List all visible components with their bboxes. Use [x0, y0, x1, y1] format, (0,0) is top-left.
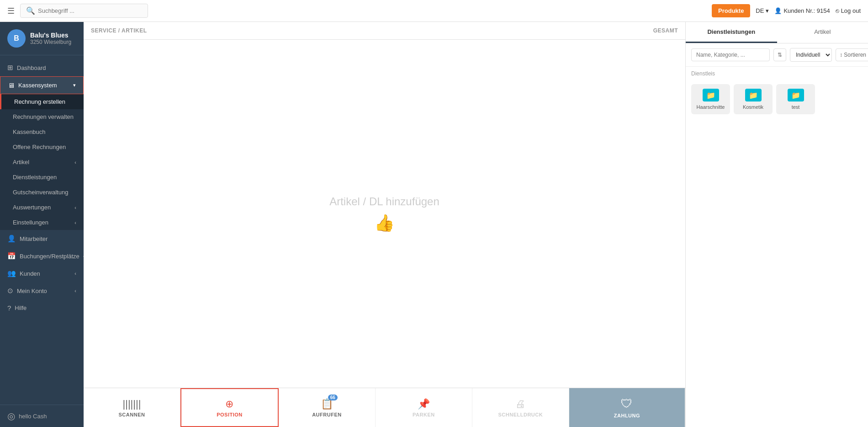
action-bar: ||||||| SCANNEN ⊕ POSITION 📋 66 AUFRUFEN — [84, 388, 685, 427]
sidebar-brand: Balu's Blues 3250 Wieselburg — [30, 32, 71, 45]
category-card-test[interactable]: 📁 test — [776, 84, 815, 114]
sidebar-item-buchungen[interactable]: 📅 Buchungen/Restplätze ‹ — [0, 247, 84, 265]
sidebar-item-mitarbeiter[interactable]: 👤 Mitarbeiter — [0, 230, 84, 247]
category-card-haarschnitte[interactable]: 📁 Haarschnitte — [691, 84, 730, 114]
sort-arrows-button[interactable]: ⇅ — [773, 48, 786, 61]
category-label: Haarschnitte — [697, 104, 725, 110]
sidebar-item-label: Dienstleistungen — [13, 174, 57, 181]
category-card-kosmetik[interactable]: 📁 Kosmetik — [734, 84, 773, 114]
folder-icon: 📁 — [745, 89, 762, 101]
section-title: Dienstleis — [686, 67, 868, 80]
sidebar-item-gutscheinverwaltung[interactable]: Gutscheinverwaltung — [0, 185, 84, 200]
aufrufen-badge-wrapper: 📋 66 — [321, 398, 333, 410]
parken-icon: 📌 — [418, 398, 430, 410]
user-icon: 👤 — [774, 7, 782, 14]
tab-dienstleistungen[interactable]: Dienstleistungen — [686, 22, 777, 43]
main-layout: B Balu's Blues 3250 Wieselburg ⊞ Dashboa… — [0, 22, 868, 427]
sidebar-item-rechnung-erstellen[interactable]: Rechnung erstellen — [0, 94, 84, 109]
chevron-icon: ‹ — [83, 253, 84, 259]
sidebar-item-label: Gutscheinverwaltung — [13, 189, 68, 196]
topbar: ☰ 🔍 Produkte DE ▾ 👤 Kunden Nr.: 9154 ⎋ L… — [0, 0, 868, 22]
split-view: SERVICE / ARTIKEL GESAMT Artikel / DL hi… — [84, 22, 868, 427]
barcode-icon: ||||||| — [122, 398, 141, 410]
chevron-icon: ‹ — [74, 205, 76, 210]
hellocash-label: hello Cash — [19, 413, 47, 420]
dashboard-icon: ⊞ — [7, 64, 13, 72]
chevron-icon: ‹ — [74, 220, 76, 225]
kunden-icon: 👥 — [7, 269, 16, 278]
produkte-button[interactable]: Produkte — [712, 4, 750, 17]
invoice-empty-state: Artikel / DL hinzufügen 👍 — [84, 40, 685, 388]
lang-label: DE — [756, 7, 764, 14]
mein-konto-icon: ⊙ — [7, 287, 13, 295]
sidebar-item-artikel[interactable]: Artikel ‹ — [0, 155, 84, 170]
logout-icon: ⎋ — [836, 7, 839, 14]
folder-icon: 📁 — [703, 89, 719, 101]
sidebar-item-label: Kassensystem — [18, 82, 57, 89]
sidebar-item-label: Mein Konto — [17, 288, 47, 294]
sidebar-item-auswertungen[interactable]: Auswertungen ‹ — [0, 200, 84, 215]
sort-button[interactable]: ↕ Sortieren — [836, 48, 868, 61]
search-icon: 🔍 — [26, 6, 35, 15]
invoice-header: SERVICE / ARTIKEL GESAMT — [84, 22, 685, 40]
category-label: test — [792, 104, 800, 110]
sidebar-item-mein-konto[interactable]: ⊙ Mein Konto ‹ — [0, 282, 84, 299]
chevron-icon: ▾ — [73, 82, 76, 88]
sidebar-item-dienstleistungen[interactable]: Dienstleistungen — [0, 170, 84, 185]
sidebar: B Balu's Blues 3250 Wieselburg ⊞ Dashboa… — [0, 22, 84, 427]
sidebar-item-rechnungen-verwalten[interactable]: Rechnungen verwalten — [0, 109, 84, 124]
categories-grid: 📁 Haarschnitte 📁 Kosmetik 📁 test — [686, 80, 868, 118]
invoice-section: SERVICE / ARTIKEL GESAMT Artikel / DL hi… — [84, 22, 685, 427]
right-panel-toolbar: ⇅ Individuell ↕ Sortieren + — [686, 43, 868, 67]
sidebar-item-label: Mitarbeiter — [20, 235, 48, 242]
sidebar-item-label: Kassenbuch — [13, 128, 46, 135]
invoice-header-service: SERVICE / ARTIKEL — [91, 27, 577, 34]
menu-icon[interactable]: ☰ — [7, 6, 15, 16]
scannen-button[interactable]: ||||||| SCANNEN — [84, 388, 180, 427]
zahlung-icon: 🛡 — [621, 397, 633, 411]
sidebar-item-hilfe[interactable]: ? Hilfe — [0, 299, 84, 316]
sidebar-item-einstellungen[interactable]: Einstellungen ‹ — [0, 215, 84, 230]
invoice-empty-text: Artikel / DL hinzufügen — [329, 195, 439, 208]
sidebar-item-kunden[interactable]: 👥 Kunden ‹ — [0, 265, 84, 282]
category-label: Kosmetik — [743, 104, 763, 110]
logout-button[interactable]: ⎋ Log out — [836, 7, 861, 14]
sidebar-item-label: Auswertungen — [13, 204, 51, 211]
sidebar-item-label: Buchungen/Restplätze — [20, 253, 79, 260]
kassensystem-icon: 🖥 — [8, 81, 15, 89]
buchungen-icon: 📅 — [7, 252, 16, 260]
aufrufen-badge: 66 — [328, 395, 338, 400]
sidebar-item-dashboard[interactable]: ⊞ Dashboard — [0, 59, 84, 76]
chevron-icon: ‹ — [74, 271, 76, 276]
tab-artikel[interactable]: Artikel — [777, 22, 868, 43]
language-selector[interactable]: DE ▾ — [756, 7, 769, 14]
individuell-select[interactable]: Individuell — [790, 48, 832, 62]
search-input[interactable] — [38, 7, 138, 14]
parken-button[interactable]: 📌 PARKEN — [376, 388, 472, 427]
sidebar-item-kassensystem[interactable]: 🖥 Kassensystem ▾ — [0, 76, 84, 94]
right-panel: Dienstleistungen Artikel ⇅ Individuell ↕… — [685, 22, 868, 427]
customer-info: 👤 Kunden Nr.: 9154 — [774, 7, 830, 14]
chevron-down-icon: ▾ — [766, 7, 769, 14]
right-panel-tabs: Dienstleistungen Artikel — [686, 22, 868, 43]
schnelldruck-button[interactable]: 🖨 SCHNELLDRUCK — [472, 388, 569, 427]
position-button[interactable]: ⊕ POSITION — [180, 388, 279, 427]
folder-icon: 📁 — [788, 89, 804, 101]
category-search-input[interactable] — [691, 48, 770, 61]
sidebar-item-label: Rechnungen verwalten — [13, 113, 74, 120]
avatar: B — [7, 29, 26, 48]
invoice-header-total: GESAMT — [587, 27, 678, 34]
printer-icon: 🖨 — [515, 398, 525, 410]
search-box[interactable]: 🔍 — [20, 4, 148, 18]
sidebar-item-kassenbuch[interactable]: Kassenbuch — [0, 124, 84, 139]
sidebar-nav: ⊞ Dashboard 🖥 Kassensystem ▾ Rechnung er… — [0, 55, 84, 405]
hellocash-logo-icon: ◎ — [7, 411, 15, 422]
sidebar-item-label: Kunden — [20, 270, 40, 277]
sidebar-item-offene-rechnungen[interactable]: Offene Rechnungen — [0, 139, 84, 155]
zahlung-button[interactable]: 🛡 ZAHLUNG — [569, 388, 685, 427]
sidebar-footer: ◎ hello Cash — [0, 405, 84, 427]
content-area: SERVICE / ARTIKEL GESAMT Artikel / DL hi… — [84, 22, 868, 427]
aufrufen-button[interactable]: 📋 66 AUFRUFEN — [279, 388, 376, 427]
sidebar-item-label: Artikel — [13, 159, 29, 165]
sidebar-logo: B Balu's Blues 3250 Wieselburg — [0, 22, 84, 55]
